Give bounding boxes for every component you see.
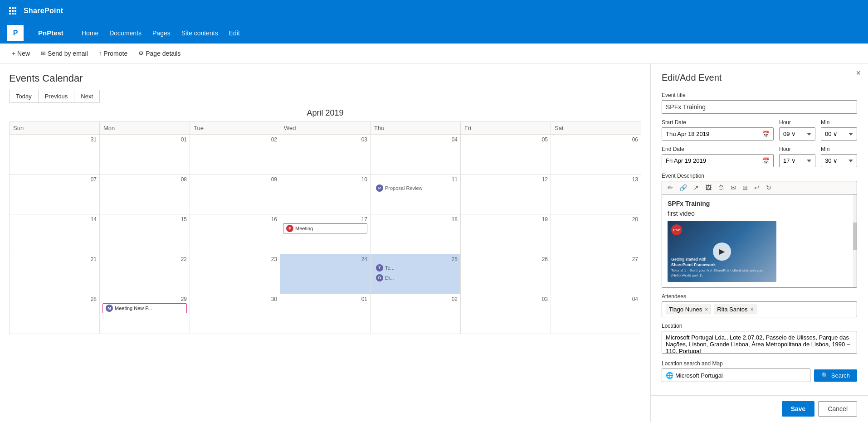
calendar-cell[interactable]: 11PProposal Review	[371, 175, 461, 214]
calendar-cell[interactable]: 03	[461, 294, 551, 334]
calendar-grid: Sun Mon Tue Wed Thu Fri Sat 310102030405…	[9, 121, 641, 334]
svg-rect-8	[15, 13, 16, 15]
day-number: 20	[554, 216, 638, 223]
calendar-icon-end[interactable]: 📅	[758, 157, 773, 165]
cancel-button[interactable]: Cancel	[818, 401, 857, 417]
search-button[interactable]: 🔍 Search	[814, 369, 857, 382]
event-pill[interactable]: MMeeting New P...	[102, 303, 187, 313]
calendar-cell[interactable]: 05	[461, 135, 551, 175]
calendar-cell[interactable]: 29MMeeting New P...	[100, 294, 190, 334]
site-name: PnPtest	[38, 29, 63, 37]
calendar-cell[interactable]: 01	[280, 294, 371, 334]
video-preview[interactable]: PnP ▶ Getting started withSharePoint Fra…	[668, 221, 776, 282]
redo-icon[interactable]: ↻	[764, 183, 773, 192]
end-date-input[interactable]	[662, 155, 758, 167]
calendar-cell[interactable]: 20	[551, 214, 641, 254]
promote-button[interactable]: ↑ Promote	[94, 47, 132, 60]
calendar-cell[interactable]: 27	[551, 254, 641, 294]
svg-rect-5	[15, 10, 16, 12]
calendar-cell[interactable]: 18	[371, 214, 461, 254]
calendar-cell[interactable]: 25TTe...DDi...	[371, 254, 461, 294]
image-icon[interactable]: 🖼	[703, 183, 713, 192]
calendar-cell[interactable]: 09	[190, 175, 280, 214]
undo-icon[interactable]: ↩	[752, 183, 761, 192]
day-number: 19	[463, 216, 548, 223]
end-hour-select[interactable]: 17 ∨	[779, 154, 815, 167]
calendar-cell[interactable]: 19	[461, 214, 551, 254]
min-label: Min	[821, 119, 857, 126]
calendar-cell[interactable]: 12	[461, 175, 551, 214]
calendar-cell[interactable]: 02	[190, 135, 280, 175]
page-details-button[interactable]: ⚙ Page details	[134, 47, 185, 60]
new-button-label: + New	[12, 50, 30, 57]
calendar-cell[interactable]: 13	[551, 175, 641, 214]
desc-scrollbar[interactable]	[853, 194, 857, 287]
nav-site-contents[interactable]: Site contents	[181, 28, 218, 39]
end-min-field: Min 30 ∨	[821, 146, 857, 167]
calendar-cell[interactable]: 30	[190, 294, 280, 334]
link-icon[interactable]: 🔗	[678, 183, 689, 192]
calendar-cell[interactable]: 15	[100, 214, 190, 254]
calendar-cell[interactable]: 16	[190, 214, 280, 254]
nav-home[interactable]: Home	[82, 28, 98, 39]
mail-icon[interactable]: ✉	[729, 183, 738, 192]
nav-documents[interactable]: Documents	[109, 28, 141, 39]
panel-close-button[interactable]: ×	[856, 69, 861, 77]
waffle-icon[interactable]	[5, 4, 20, 18]
send-email-button[interactable]: ✉ Send by email	[36, 47, 93, 60]
page-details-label: Page details	[146, 50, 180, 57]
attendee-tiago-name: Tiago Nunes	[669, 306, 702, 313]
calendar-cell[interactable]: 07	[10, 175, 100, 214]
calendar-cell[interactable]: 01	[100, 135, 190, 175]
calendar-cell[interactable]: 17FMeeting	[280, 214, 371, 254]
table-icon[interactable]: ⊞	[741, 183, 750, 192]
calendar-cell[interactable]: 14	[10, 214, 100, 254]
event-pill[interactable]: PProposal Review	[373, 184, 458, 193]
top-bar: SharePoint	[0, 0, 868, 22]
previous-button[interactable]: Previous	[39, 90, 75, 103]
external-link-icon[interactable]: ↗	[692, 183, 701, 192]
calendar-cell[interactable]: 31	[10, 135, 100, 175]
calendar-icon-start[interactable]: 📅	[758, 131, 773, 138]
calendar-cell[interactable]: 23	[190, 254, 280, 294]
calendar-cell[interactable]: 08	[100, 175, 190, 214]
event-pill[interactable]: TTe...	[373, 263, 458, 272]
calendar-cell[interactable]: 04	[371, 135, 461, 175]
remove-tiago-button[interactable]: ×	[705, 306, 708, 313]
attendees-box[interactable]: Tiago Nunes × Rita Santos ×	[662, 301, 857, 317]
clock-icon[interactable]: ⏱	[716, 183, 726, 192]
day-number: 27	[554, 256, 638, 262]
calendar-cell[interactable]: 06	[551, 135, 641, 175]
calendar-cell[interactable]: 24	[280, 254, 371, 294]
calendar-cell[interactable]: 02	[371, 294, 461, 334]
save-button[interactable]: Save	[782, 401, 815, 417]
calendar-cell[interactable]: 03	[280, 135, 371, 175]
location-input[interactable]: Microsoft Portugal Lda., Lote 2.07.02, P…	[662, 331, 857, 354]
desc-content[interactable]: SPFx Training first video PnP ▶ Getting …	[662, 194, 857, 288]
location-search-input[interactable]	[675, 372, 806, 379]
calendar-cell[interactable]: 04	[551, 294, 641, 334]
attendee-rita-name: Rita Santos	[717, 306, 747, 313]
nav-pages[interactable]: Pages	[152, 28, 171, 39]
event-pill[interactable]: FMeeting	[283, 223, 367, 233]
day-number: 11	[373, 176, 458, 183]
remove-rita-button[interactable]: ×	[750, 306, 753, 313]
start-hour-select[interactable]: 09 ∨	[779, 127, 815, 141]
calendar-cell[interactable]: 28	[10, 294, 100, 334]
calendar-cell[interactable]: 10	[280, 175, 371, 214]
send-email-label: Send by email	[48, 50, 88, 57]
today-button[interactable]: Today	[9, 90, 39, 103]
nav-edit[interactable]: Edit	[229, 28, 240, 39]
end-min-select[interactable]: 30 ∨	[821, 154, 857, 167]
edit-icon[interactable]: ✏	[666, 183, 675, 192]
next-button[interactable]: Next	[74, 90, 100, 103]
start-date-input[interactable]	[662, 128, 758, 140]
new-button[interactable]: + New	[7, 47, 34, 60]
calendar-cell[interactable]: 26	[461, 254, 551, 294]
day-number: 13	[554, 176, 638, 183]
event-title-input[interactable]	[662, 100, 857, 114]
calendar-cell[interactable]: 21	[10, 254, 100, 294]
event-pill[interactable]: DDi...	[373, 273, 458, 282]
start-min-select[interactable]: 00 ∨	[821, 127, 857, 141]
calendar-cell[interactable]: 22	[100, 254, 190, 294]
